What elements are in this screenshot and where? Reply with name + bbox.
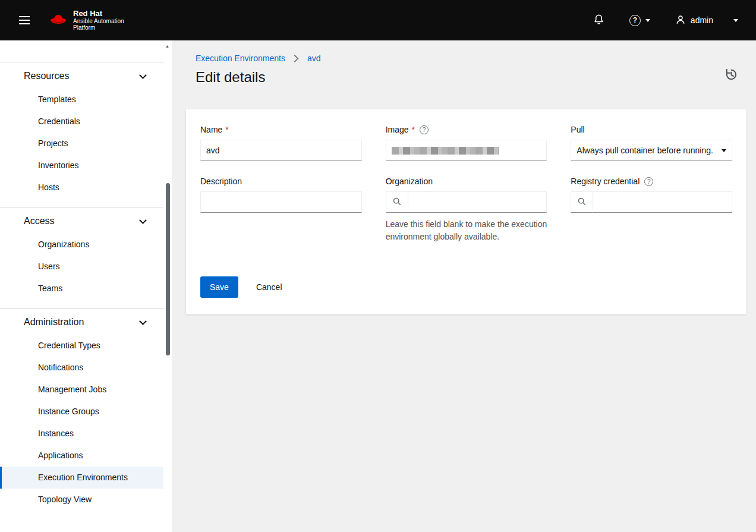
- organization-search-button[interactable]: [386, 191, 408, 213]
- nav-section-access: Access Organizations Users Teams: [0, 207, 163, 308]
- registry-credential-input[interactable]: [593, 191, 732, 213]
- name-field: Name *: [200, 125, 362, 161]
- registry-credential-help-icon[interactable]: ?: [644, 177, 653, 186]
- page-title: Edit details: [196, 69, 739, 86]
- sidebar-item-credentials[interactable]: Credentials: [0, 111, 163, 133]
- brand-name: Red Hat: [73, 10, 124, 18]
- image-label: Image * ?: [386, 125, 547, 134]
- description-input[interactable]: [200, 191, 362, 213]
- sidebar-item-inventories[interactable]: Inventories: [0, 155, 163, 177]
- breadcrumb-link-execution-environments[interactable]: Execution Environments: [196, 53, 285, 63]
- description-field: Description: [200, 177, 362, 243]
- nav-section-toggle-administration[interactable]: Administration: [0, 309, 163, 335]
- name-label: Name *: [200, 125, 362, 134]
- history-icon: [724, 74, 738, 83]
- nav-section-label: Administration: [24, 317, 84, 328]
- caret-down-icon: [645, 19, 650, 22]
- sidebar-item-organizations[interactable]: Organizations: [0, 234, 163, 256]
- main-content: Execution Environments avd Edit details: [172, 40, 756, 532]
- sidebar-item-projects[interactable]: Projects: [0, 133, 163, 155]
- required-asterisk: *: [225, 125, 228, 134]
- edit-details-card: Name * Image * ?: [186, 109, 746, 314]
- save-button[interactable]: Save: [200, 276, 238, 298]
- sidebar-item-hosts[interactable]: Hosts: [0, 177, 163, 199]
- sidebar-item-instance-groups[interactable]: Instance Groups: [0, 401, 163, 423]
- form-actions: Save Cancel: [200, 276, 732, 298]
- registry-credential-field: Registry credential ?: [571, 177, 732, 243]
- nav-section-toggle-access[interactable]: Access: [0, 207, 163, 234]
- brand-product-line2: Platform: [73, 24, 124, 31]
- sidebar-item-teams[interactable]: Teams: [0, 278, 163, 300]
- sidebar-item-topology-view[interactable]: Topology View: [0, 489, 163, 511]
- nav-section-resources: Resources Templates Credentials Projects…: [0, 62, 163, 207]
- sidebar-item-users[interactable]: Users: [0, 256, 163, 278]
- sidebar-scrollbar[interactable]: ▲: [163, 40, 172, 532]
- user-name: admin: [691, 15, 713, 25]
- scrollbar-up-arrow[interactable]: ▲: [165, 44, 169, 48]
- chevron-down-icon: [139, 216, 147, 224]
- bell-icon: [593, 14, 604, 27]
- brand-logo: Red Hat Ansible Automation Platform: [49, 10, 124, 32]
- chevron-right-icon: [294, 55, 299, 62]
- sidebar-item-credential-types[interactable]: Credential Types: [0, 335, 163, 357]
- nav-toggle-button[interactable]: [14, 11, 34, 29]
- sidebar: Resources Templates Credentials Projects…: [0, 40, 172, 532]
- image-input[interactable]: [386, 140, 547, 161]
- user-icon: [675, 14, 686, 27]
- chevron-down-icon: [139, 71, 147, 79]
- caret-down-icon: [733, 19, 738, 22]
- pull-select[interactable]: Always pull container before running.: [571, 140, 732, 161]
- organization-input[interactable]: [408, 191, 547, 213]
- nav-section-toggle-resources[interactable]: Resources: [0, 62, 163, 89]
- registry-credential-search-button[interactable]: [571, 191, 593, 213]
- brand-product-line1: Ansible Automation: [73, 18, 124, 24]
- search-icon: [578, 197, 586, 207]
- image-redacted-value: [392, 147, 499, 155]
- sidebar-item-notifications[interactable]: Notifications: [0, 357, 163, 379]
- notifications-button[interactable]: [590, 10, 608, 30]
- name-input[interactable]: [200, 140, 362, 161]
- sidebar-item-management-jobs[interactable]: Management Jobs: [0, 379, 163, 401]
- organization-label: Organization: [386, 177, 547, 186]
- image-field: Image * ?: [386, 125, 547, 161]
- caret-down-icon: [722, 149, 726, 152]
- chevron-down-icon: [139, 317, 147, 325]
- scrollbar-thumb[interactable]: [166, 183, 170, 355]
- required-asterisk: *: [412, 125, 415, 134]
- organization-helper-text: Leave this field blank to make the execu…: [386, 218, 547, 243]
- history-button[interactable]: [723, 67, 739, 84]
- sidebar-item-instances[interactable]: Instances: [0, 423, 163, 445]
- pull-label: Pull: [571, 125, 732, 134]
- pull-selected-value: Always pull container before running.: [577, 146, 717, 155]
- brand-text: Red Hat Ansible Automation Platform: [73, 10, 124, 32]
- sidebar-item-execution-environments[interactable]: Execution Environments: [0, 467, 163, 489]
- nav-section-label: Access: [24, 216, 55, 226]
- page-header: Execution Environments avd Edit details: [172, 40, 756, 86]
- description-label: Description: [200, 177, 362, 186]
- top-bar: Red Hat Ansible Automation Platform ?: [0, 0, 756, 40]
- breadcrumb-link-avd[interactable]: avd: [307, 53, 321, 63]
- redhat-hat-icon: [49, 12, 68, 28]
- masthead-actions: ? admin: [590, 10, 742, 30]
- image-help-icon[interactable]: ?: [420, 125, 429, 134]
- breadcrumb: Execution Environments avd: [196, 53, 739, 63]
- registry-credential-label: Registry credential ?: [571, 177, 732, 186]
- nav-section-label: Resources: [24, 71, 69, 81]
- organization-field: Organization Leave this field blank to m…: [386, 177, 547, 243]
- edit-details-form: Name * Image * ?: [200, 125, 732, 243]
- user-menu-button[interactable]: admin: [672, 11, 742, 30]
- cancel-button[interactable]: Cancel: [251, 282, 287, 292]
- search-icon: [393, 197, 401, 207]
- help-icon: ?: [629, 15, 641, 26]
- help-menu-button[interactable]: ?: [626, 11, 654, 30]
- pull-field: Pull Always pull container before runnin…: [571, 125, 732, 161]
- nav-section-administration: Administration Credential Types Notifica…: [0, 308, 163, 519]
- sidebar-item-applications[interactable]: Applications: [0, 445, 163, 467]
- sidebar-item-templates[interactable]: Templates: [0, 89, 163, 111]
